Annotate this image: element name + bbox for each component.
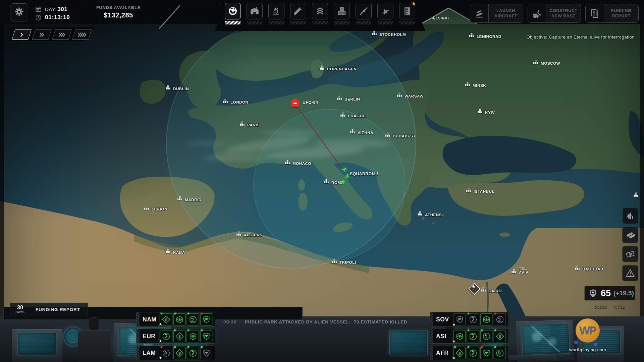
city-marker-tel-aviv[interactable]: TEL AVIV <box>511 266 528 275</box>
region-military-tile[interactable] <box>200 313 212 325</box>
city-marker-paris[interactable]: PARIS <box>239 121 260 127</box>
city-marker-vienna[interactable]: VIENNA <box>350 129 373 135</box>
city-marker-madrid[interactable]: MADRID <box>177 196 202 202</box>
nav-crates-button[interactable] <box>334 3 350 31</box>
city-icon <box>533 59 539 66</box>
speed-3-button[interactable] <box>52 29 72 40</box>
city-marker-monaco[interactable]: MONACO <box>285 160 311 166</box>
countdown-days: 30 DAYS <box>10 303 30 316</box>
status-dot-green <box>201 329 203 331</box>
city-marker-dublin[interactable]: DUBLIN <box>165 85 189 91</box>
city-icon <box>465 81 471 88</box>
city-icon <box>372 31 377 37</box>
region-funding-tile[interactable]: $ <box>173 330 185 342</box>
region-surveillance-tile[interactable] <box>480 313 492 325</box>
region-surveillance-tile[interactable] <box>173 313 185 325</box>
speed-4-button[interactable] <box>72 29 92 40</box>
funding-report-button[interactable]: $FUNDINGREPORT <box>585 4 639 23</box>
watermark-logo: WP <box>576 318 600 343</box>
score-delta: (+19.5) <box>613 290 634 297</box>
city-marker-warsaw[interactable]: WARSAW <box>397 92 424 99</box>
city-marker-prague[interactable]: PRAGUE <box>340 112 366 118</box>
base-marker[interactable]: ★ <box>469 283 479 293</box>
city-icon <box>144 205 150 212</box>
nav-hangar-button[interactable] <box>247 3 262 31</box>
status-dot-green <box>161 313 162 314</box>
nav-rifle-button[interactable] <box>356 3 371 31</box>
alert-button[interactable] <box>622 265 638 281</box>
region-funding-tile[interactable]: $★ <box>160 313 172 325</box>
city-marker-algiers[interactable]: ALGIERS <box>236 231 262 237</box>
city-marker-baghdad[interactable]: BAGHDAD <box>575 265 603 272</box>
status-dot-red <box>481 346 483 348</box>
region-science-tile[interactable] <box>480 330 492 342</box>
speed-2-button[interactable] <box>32 29 52 40</box>
cash-button[interactable]: $ <box>622 246 638 262</box>
city-marker-london[interactable]: LONDON <box>223 98 248 105</box>
city-marker-lisbon[interactable]: LISBON <box>144 205 167 212</box>
city-marker-leningrad[interactable]: LENINGRAD <box>469 33 501 39</box>
ticker-message: PUBLIC PARK ATTACKED BY ALIEN VESSEL; 73… <box>245 319 409 324</box>
city-icon <box>633 192 639 198</box>
city-label: TEL AVIV <box>519 266 528 275</box>
city-marker-istanbul[interactable]: ISTANBUL <box>466 187 494 194</box>
settings-button[interactable] <box>10 3 28 21</box>
nav-cabinet-button[interactable] <box>399 3 415 31</box>
region-enforcement-tile[interactable] <box>187 347 199 359</box>
city-marker-athens[interactable]: ATHENS <box>417 211 442 217</box>
nav-hatch-strip <box>225 21 240 24</box>
region-science-tile[interactable] <box>187 313 199 325</box>
control-room-scene: 09:30 PUBLIC PARK ATTACKED BY ALIEN VESS… <box>0 316 644 362</box>
region-enforcement-tile[interactable] <box>467 330 479 342</box>
region-military-tile[interactable] <box>200 347 212 359</box>
svg-text:$: $ <box>178 351 181 355</box>
nav-globe-button[interactable] <box>225 3 240 31</box>
city-label: ATHENS <box>425 213 442 217</box>
nav-jet-button[interactable] <box>378 3 393 31</box>
region-enforcement-tile[interactable] <box>467 347 479 359</box>
city-marker-copenhagen[interactable]: COPENHAGEN <box>319 65 357 71</box>
region-funding-tile[interactable]: $★ <box>453 347 466 359</box>
speed-1-button[interactable] <box>12 29 32 40</box>
region-military-tile[interactable] <box>480 347 492 359</box>
nav-rank-button[interactable] <box>312 3 328 31</box>
star-badge: ★ <box>452 339 456 344</box>
nav-hatch-strip <box>399 21 415 24</box>
region-military-tile[interactable] <box>200 330 212 342</box>
city-marker-moscow[interactable]: MOSCOW <box>533 59 560 66</box>
city-marker[interactable] <box>633 192 641 198</box>
city-marker-cairo[interactable]: CAIRO <box>481 287 502 293</box>
city-marker-rabat[interactable]: RABAT <box>165 248 187 255</box>
region-funding-tile[interactable]: $ <box>173 347 185 359</box>
resource-button-column: $ <box>622 208 638 281</box>
city-marker-minsk[interactable]: MINSK <box>465 81 486 88</box>
city-marker-berlin[interactable]: BERLIN <box>337 95 360 102</box>
city-label: MADRID <box>185 198 202 202</box>
region-science-tile[interactable] <box>494 313 506 325</box>
city-marker-budapest[interactable]: BUDAPEST <box>385 132 416 138</box>
squadron-jet-icon <box>339 179 347 187</box>
region-surveillance-tile[interactable]: ★ <box>453 330 466 342</box>
funding-report-countdown[interactable]: 30 DAYS FUNDING REPORT <box>10 303 88 316</box>
fuel-button[interactable] <box>622 227 638 243</box>
launch-aircraft-button[interactable]: LAUNCHAIRCRAFT <box>470 4 523 23</box>
status-dot-green <box>481 329 483 331</box>
region-science-tile[interactable]: ★ <box>160 347 172 359</box>
region-military-tile[interactable]: ★ <box>453 313 466 325</box>
ufo-marker[interactable]: UFO-94 <box>290 98 300 108</box>
region-science-tile[interactable] <box>494 347 506 359</box>
city-label: PARIS <box>247 123 260 127</box>
city-marker-kyiv[interactable]: KYIV <box>477 109 495 115</box>
construct-new-base-button[interactable]: CONSTRUCTNEW BASE <box>528 4 581 23</box>
objective-text: Objective: Capture an Eternal alive for … <box>526 35 635 40</box>
region-funding-tile[interactable]: $ <box>494 330 506 342</box>
nav-wrench-button[interactable] <box>290 3 306 31</box>
region-surveillance-tile[interactable] <box>187 330 199 342</box>
region-enforcement-tile[interactable] <box>467 313 479 325</box>
nav-microscope-button[interactable] <box>269 3 284 31</box>
crystal-button[interactable] <box>622 208 638 224</box>
region-enforcement-tile[interactable]: ★ <box>160 330 172 342</box>
city-marker-tripoli[interactable]: TRIPOLI <box>332 258 356 265</box>
rifle-icon <box>356 3 372 19</box>
city-marker-stockholm[interactable]: STOCKHOLM <box>372 31 406 37</box>
